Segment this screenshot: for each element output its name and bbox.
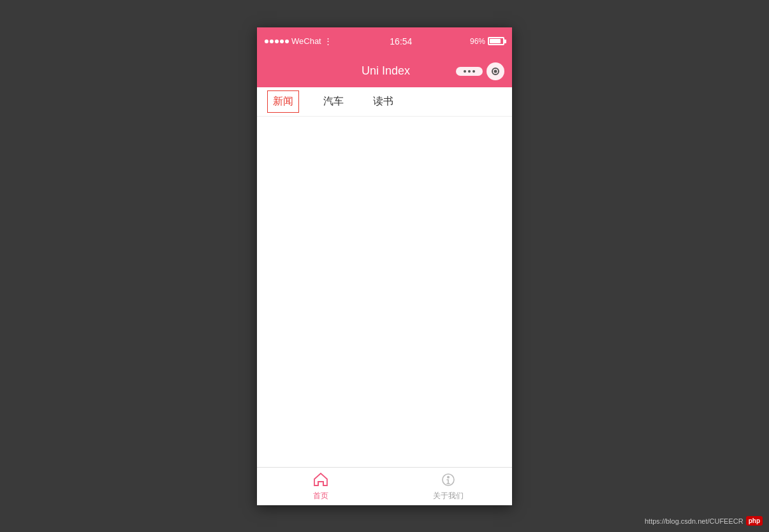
nav-home[interactable]: 首页 [257,468,384,505]
dot-3 [472,70,475,73]
home-icon [312,471,330,489]
more-dots-icon [464,70,475,73]
wifi-icon: ⋮ [324,36,332,46]
carrier-label: WeChat [291,36,321,46]
phone-frame: WeChat ⋮ 16:54 96% Uni Index [257,27,512,505]
watermark-url: https://blog.csdn.net/CUFEECR [645,517,743,525]
tab-news[interactable]: 新闻 [267,90,299,113]
record-icon [492,68,499,75]
signal-dot-3 [275,40,279,43]
battery-percent: 96% [470,37,485,46]
signal-dot-2 [270,40,274,43]
signal-dot-5 [285,40,289,43]
status-left: WeChat ⋮ [265,36,332,46]
battery-fill [490,39,501,43]
app-header: Uni Index [257,55,512,87]
watermark: https://blog.csdn.net/CUFEECR php [645,516,763,526]
header-title: Uni Index [316,64,456,78]
bottom-nav: 首页 关于我们 [257,467,512,505]
status-right: 96% [470,37,504,46]
status-bar: WeChat ⋮ 16:54 96% [257,27,512,55]
nav-about[interactable]: 关于我们 [384,468,512,505]
battery-icon [488,37,504,45]
more-button[interactable] [456,67,483,76]
tab-car[interactable]: 汽车 [318,91,349,112]
content-area [257,117,512,467]
tab-book[interactable]: 读书 [368,91,399,112]
record-button[interactable] [487,62,504,80]
status-time: 16:54 [390,36,412,47]
header-actions [456,62,504,80]
tab-bar: 新闻 汽车 读书 [257,87,512,117]
dot-2 [468,70,471,73]
svg-point-1 [447,476,450,478]
signal-dot-4 [280,40,284,43]
nav-about-label: 关于我们 [433,491,464,501]
php-badge: php [746,516,763,526]
signal-dot-1 [265,40,268,43]
dot-1 [464,70,466,73]
signal-dots [265,40,289,43]
about-icon [439,471,457,489]
nav-home-label: 首页 [313,491,328,501]
